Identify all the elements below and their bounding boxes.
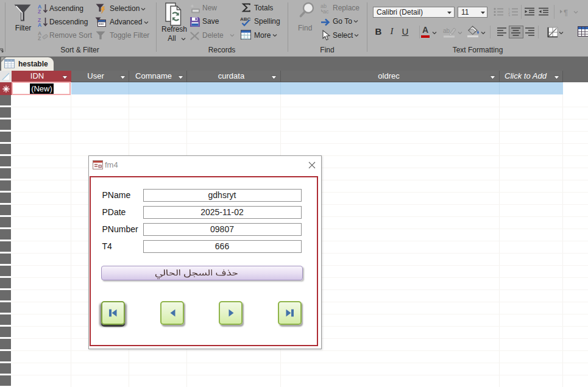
svg-text:A: A <box>38 22 41 27</box>
svg-text:ab: ab <box>443 27 450 34</box>
svg-text:Z: Z <box>38 9 41 14</box>
svg-text:3: 3 <box>508 14 510 17</box>
svg-text:Z: Z <box>38 35 41 41</box>
svg-text:ac: ac <box>323 9 329 15</box>
svg-text:¶: ¶ <box>564 8 568 16</box>
